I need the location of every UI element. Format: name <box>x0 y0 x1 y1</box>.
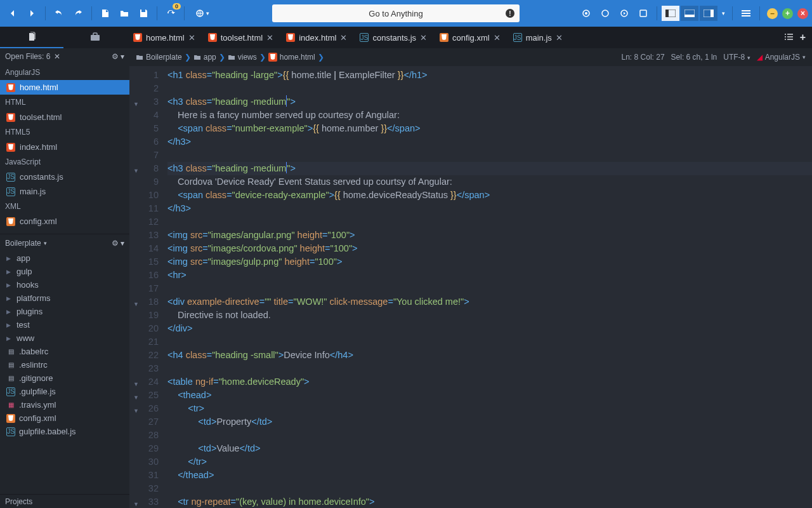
tab-close-icon[interactable]: ✕ <box>266 33 273 43</box>
file-.babelrc[interactable]: ▤.babelrc <box>0 345 129 358</box>
pane-right-button[interactable] <box>700 6 717 21</box>
file-.gitignore[interactable]: ▤.gitignore <box>0 371 129 385</box>
code-line[interactable]: <hr> <box>167 269 812 282</box>
new-file-button[interactable] <box>96 4 114 22</box>
editor-tab-toolset.html[interactable]: toolset.html ✕ <box>202 27 280 48</box>
macro-play-button[interactable] <box>615 4 633 22</box>
tab-close-icon[interactable]: ✕ <box>188 33 195 43</box>
line-number[interactable]: 20 <box>129 322 159 335</box>
file-.travis.yml[interactable]: ▦.travis.yml <box>0 398 129 411</box>
file-.eslintrc[interactable]: ▤.eslintrc <box>0 358 129 371</box>
macro-record-button[interactable] <box>577 4 595 22</box>
line-number[interactable]: 31 <box>129 469 159 482</box>
line-number[interactable]: ▼33 <box>129 495 159 508</box>
line-number[interactable]: 27 <box>129 415 159 429</box>
file-config.xml[interactable]: config.xml <box>0 411 129 425</box>
breadcrumb-item[interactable]: app <box>193 53 216 62</box>
code-line[interactable]: <h3 class="heading -medium"> <box>167 162 812 175</box>
window-maximize-button[interactable]: + <box>782 8 793 19</box>
code-line[interactable] <box>167 215 812 229</box>
project-name[interactable]: Boilerplate <box>5 239 41 248</box>
pane-dropdown-button[interactable]: ▾ <box>719 4 728 22</box>
line-number[interactable]: 1 <box>129 69 159 82</box>
line-number[interactable]: 16 <box>129 269 159 282</box>
folder-app[interactable]: ▶ app <box>0 251 129 265</box>
line-number[interactable]: 22 <box>129 349 159 362</box>
tab-close-icon[interactable]: ✕ <box>420 33 427 43</box>
code-line[interactable] <box>167 429 812 442</box>
code-line[interactable]: <h3 class="heading -medium"> <box>167 95 812 109</box>
code-line[interactable] <box>167 149 812 162</box>
line-number[interactable]: 32 <box>129 482 159 495</box>
code-line[interactable]: <img src="images/gulp.png" height="100"> <box>167 255 812 269</box>
editor-tab-constants.js[interactable]: JSconstants.js ✕ <box>353 27 433 48</box>
line-number[interactable]: 2 <box>129 82 159 95</box>
line-number[interactable]: ▼8 <box>129 162 159 175</box>
browser-preview-button[interactable]: ▾ <box>189 4 214 22</box>
open-file-home.html[interactable]: home.html <box>0 80 129 95</box>
folder-hooks[interactable]: ▶ hooks <box>0 278 129 291</box>
open-file-config.xml[interactable]: config.xml <box>0 214 129 229</box>
editor-tab-index.html[interactable]: index.html ✕ <box>280 27 353 48</box>
sidebar-mode-toolbox-tab[interactable] <box>63 27 127 48</box>
code-line[interactable] <box>167 335 812 349</box>
code-line[interactable] <box>167 482 812 495</box>
language-selector[interactable]: ◢ AngularJS ▾ <box>757 53 806 62</box>
line-number[interactable]: 21 <box>129 335 159 349</box>
sync-button[interactable]: 0 <box>162 4 180 22</box>
code-line[interactable]: <h4 class="heading -small">Device Info</… <box>167 349 812 362</box>
project-settings-button[interactable]: ⚙ ▾ <box>112 239 124 248</box>
sidebar-mode-files-tab[interactable] <box>0 27 63 48</box>
code-line[interactable]: <h1 class="heading -large">{{ home.title… <box>167 69 812 82</box>
code-line[interactable] <box>167 82 812 95</box>
file-.gulpfile.js[interactable]: JS.gulpfile.js <box>0 385 129 398</box>
editor-tab-main.js[interactable]: JSmain.js ✕ <box>507 27 569 48</box>
code-line[interactable]: <img src="images/angular.png" height="10… <box>167 229 812 242</box>
breadcrumb-item[interactable]: Boilerplate <box>136 53 182 62</box>
code-line[interactable]: <div example-directive="" title="WOW!" c… <box>167 295 812 309</box>
line-number[interactable]: 23 <box>129 362 159 375</box>
breadcrumb-item[interactable]: views <box>228 53 257 62</box>
tab-close-icon[interactable]: ✕ <box>556 33 563 43</box>
line-number[interactable]: 29 <box>129 442 159 455</box>
code-line[interactable]: <tr> <box>167 402 812 415</box>
code-line[interactable]: Here is a fancy number served up courtes… <box>167 109 812 122</box>
tabs-list-button[interactable] <box>785 33 794 43</box>
line-number[interactable]: ▼3 <box>129 95 159 109</box>
project-dropdown-icon[interactable]: ▾ <box>44 240 47 246</box>
macro-save-button[interactable] <box>634 4 652 22</box>
window-close-button[interactable]: × <box>797 8 808 19</box>
code-line[interactable]: </div> <box>167 322 812 335</box>
breadcrumb-item[interactable]: home.html <box>268 53 315 62</box>
undo-button[interactable] <box>50 4 68 22</box>
save-button[interactable] <box>134 4 152 22</box>
code-line[interactable]: <span class="device-ready-example">{{ ho… <box>167 189 812 202</box>
code-editor[interactable]: 12▼34567▼891011121314151617▼181920212223… <box>129 66 812 508</box>
line-number[interactable]: 9 <box>129 175 159 189</box>
window-minimize-button[interactable]: – <box>767 8 778 19</box>
line-number[interactable]: ▼25 <box>129 389 159 402</box>
redo-button[interactable] <box>69 4 87 22</box>
code-line[interactable]: </h3> <box>167 202 812 215</box>
folder-test[interactable]: ▶ test <box>0 318 129 331</box>
folder-www[interactable]: ▶ www <box>0 331 129 345</box>
line-number[interactable]: 17 <box>129 282 159 295</box>
line-number[interactable]: 30 <box>129 455 159 469</box>
line-number[interactable]: 5 <box>129 122 159 135</box>
line-number[interactable]: 15 <box>129 255 159 269</box>
code-line[interactable]: <img src="images/cordova.png" height="10… <box>167 242 812 255</box>
line-number[interactable]: 10 <box>129 189 159 202</box>
editor-tab-config.xml[interactable]: config.xml ✕ <box>433 27 507 48</box>
macro-stop-button[interactable] <box>596 4 614 22</box>
nav-forward-button[interactable] <box>23 4 41 22</box>
line-number[interactable]: 13 <box>129 229 159 242</box>
code-line[interactable]: Directive is not loaded. <box>167 309 812 322</box>
code-line[interactable]: </thead> <box>167 469 812 482</box>
code-line[interactable]: <thead> <box>167 389 812 402</box>
code-line[interactable]: <td>Value</td> <box>167 442 812 455</box>
code-line[interactable]: <span class="number-example">{{ home.num… <box>167 122 812 135</box>
code-line[interactable]: </tr> <box>167 455 812 469</box>
code-line[interactable] <box>167 362 812 375</box>
folder-plugins[interactable]: ▶ plugins <box>0 305 129 318</box>
open-file-index.html[interactable]: index.html <box>0 140 129 154</box>
